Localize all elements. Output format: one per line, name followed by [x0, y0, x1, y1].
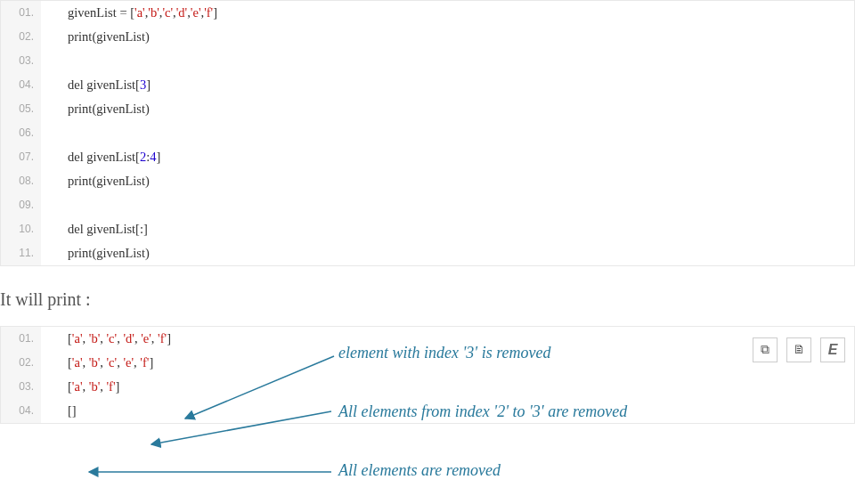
- line-content: ['a', 'b', 'c', 'e', 'f']: [41, 355, 153, 370]
- edit-icon: E: [828, 342, 838, 358]
- code-line: 09.: [1, 193, 854, 217]
- line-number: 02.: [1, 351, 41, 375]
- line-number: 08.: [1, 169, 41, 193]
- section-title: It will print :: [0, 289, 855, 310]
- line-content: []: [41, 403, 77, 419]
- code-line: 01.givenList = ['a','b','c','d','e','f']: [1, 1, 854, 25]
- edit-button[interactable]: E: [820, 337, 845, 362]
- code-line: 02.['a', 'b', 'c', 'e', 'f']: [1, 351, 854, 375]
- line-content: print(givenList): [41, 29, 150, 45]
- line-number: 04.: [1, 73, 41, 97]
- line-number: 03.: [1, 49, 41, 73]
- line-number: 01.: [1, 327, 41, 351]
- line-number: 02.: [1, 25, 41, 49]
- code-line: 07.del givenList[2:4]: [1, 145, 854, 169]
- code-block-output: 01.['a', 'b', 'c', 'd', 'e', 'f']02.['a'…: [0, 326, 855, 424]
- code-toolbar: ⧉ 🗎 E: [753, 337, 845, 362]
- line-content: ['a', 'b', 'f']: [41, 379, 119, 394]
- annotation-3: All elements are removed: [338, 461, 501, 480]
- code-line: 10.del givenList[:]: [1, 217, 854, 241]
- code-line: 03.['a', 'b', 'f']: [1, 375, 854, 399]
- code-line: 08.print(givenList): [1, 169, 854, 193]
- code-block-source: 01.givenList = ['a','b','c','d','e','f']…: [0, 0, 855, 266]
- line-number: 06.: [1, 121, 41, 145]
- line-content: print(givenList): [41, 102, 150, 117]
- line-number: 05.: [1, 97, 41, 121]
- code-line: 11.print(givenList): [1, 241, 854, 265]
- line-number: 03.: [1, 375, 41, 399]
- line-content: ['a', 'b', 'c', 'd', 'e', 'f']: [41, 331, 171, 346]
- line-content: del givenList[3]: [41, 77, 151, 93]
- line-number: 07.: [1, 145, 41, 169]
- line-number: 11.: [1, 241, 41, 265]
- line-content: givenList = ['a','b','c','d','e','f']: [41, 5, 217, 20]
- view-button[interactable]: 🗎: [786, 337, 811, 362]
- code-line: 01.['a', 'b', 'c', 'd', 'e', 'f']: [1, 327, 854, 351]
- code-line: 04.[]: [1, 399, 854, 423]
- copy-icon: ⧉: [761, 343, 770, 357]
- code-line: 04.del givenList[3]: [1, 73, 854, 97]
- code-line: 02.print(givenList): [1, 25, 854, 49]
- line-number: 10.: [1, 217, 41, 241]
- code-line: 05.print(givenList): [1, 97, 854, 121]
- document-icon: 🗎: [793, 343, 805, 357]
- line-number: 04.: [1, 399, 41, 423]
- line-content: print(givenList): [41, 174, 150, 189]
- code-line: 03.: [1, 49, 854, 73]
- line-number: 01.: [1, 1, 41, 25]
- copy-button[interactable]: ⧉: [753, 337, 778, 362]
- line-content: del givenList[:]: [41, 222, 148, 237]
- line-content: del givenList[2:4]: [41, 150, 160, 165]
- code-line: 06.: [1, 121, 854, 145]
- line-content: print(givenList): [41, 246, 150, 261]
- line-number: 09.: [1, 193, 41, 217]
